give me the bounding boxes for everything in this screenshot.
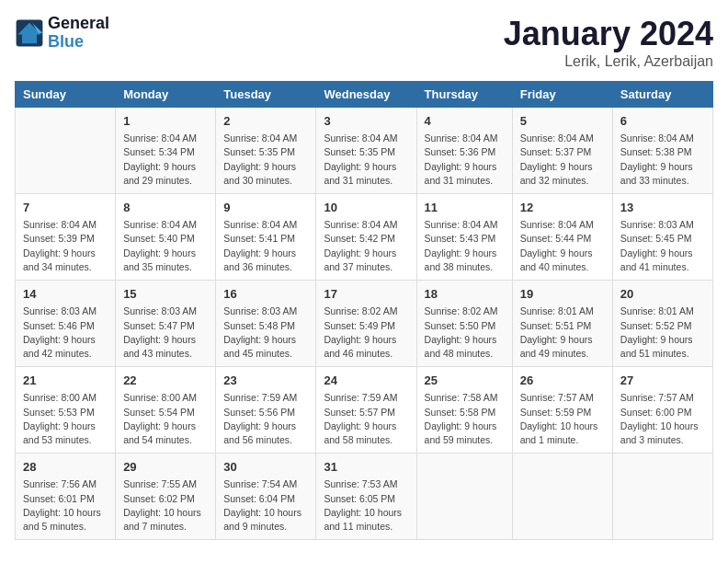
cell-details: Sunrise: 8:04 AM Sunset: 5:35 PM Dayligh… xyxy=(223,132,308,188)
cell-details: Sunrise: 8:00 AM Sunset: 5:54 PM Dayligh… xyxy=(123,391,208,447)
calendar-week-3: 14Sunrise: 8:03 AM Sunset: 5:46 PM Dayli… xyxy=(16,281,713,367)
calendar-cell: 27Sunrise: 7:57 AM Sunset: 6:00 PM Dayli… xyxy=(612,367,712,454)
date-number: 25 xyxy=(425,373,505,389)
cell-details: Sunrise: 8:03 AM Sunset: 5:47 PM Dayligh… xyxy=(123,304,208,361)
header-wednesday: Wednesday xyxy=(316,82,416,108)
cell-details: Sunrise: 7:54 AM Sunset: 6:04 PM Dayligh… xyxy=(223,477,308,534)
date-number: 31 xyxy=(324,459,408,476)
logo-icon xyxy=(15,18,44,48)
calendar-cell: 11Sunrise: 8:04 AM Sunset: 5:43 PM Dayli… xyxy=(416,194,512,281)
header-thursday: Thursday xyxy=(416,82,512,108)
calendar-cell: 7Sunrise: 8:04 AM Sunset: 5:39 PM Daylig… xyxy=(16,194,116,281)
header-tuesday: Tuesday xyxy=(216,82,316,108)
calendar-week-2: 7Sunrise: 8:04 AM Sunset: 5:39 PM Daylig… xyxy=(16,194,713,281)
cell-details: Sunrise: 8:04 AM Sunset: 5:41 PM Dayligh… xyxy=(223,218,308,274)
date-number: 1 xyxy=(123,113,208,130)
page-header: General Blue January 2024 Lerik, Lerik, … xyxy=(15,15,713,70)
calendar-cell: 10Sunrise: 8:04 AM Sunset: 5:42 PM Dayli… xyxy=(316,194,416,281)
date-number: 20 xyxy=(620,286,705,303)
calendar-cell: 26Sunrise: 7:57 AM Sunset: 5:59 PM Dayli… xyxy=(512,367,612,454)
date-number: 23 xyxy=(223,373,308,389)
calendar-cell: 25Sunrise: 7:58 AM Sunset: 5:58 PM Dayli… xyxy=(416,367,512,454)
date-number: 12 xyxy=(520,200,605,216)
cell-details: Sunrise: 8:04 AM Sunset: 5:39 PM Dayligh… xyxy=(23,218,108,274)
calendar-cell: 3Sunrise: 8:04 AM Sunset: 5:35 PM Daylig… xyxy=(316,108,416,194)
date-number: 14 xyxy=(23,286,108,303)
calendar-cell: 30Sunrise: 7:54 AM Sunset: 6:04 PM Dayli… xyxy=(216,454,316,540)
month-title: January 2024 xyxy=(504,15,713,53)
calendar-cell: 17Sunrise: 8:02 AM Sunset: 5:49 PM Dayli… xyxy=(316,281,416,367)
date-number: 5 xyxy=(520,113,605,130)
date-number: 15 xyxy=(123,286,208,303)
calendar-cell xyxy=(16,108,116,194)
cell-details: Sunrise: 8:00 AM Sunset: 5:53 PM Dayligh… xyxy=(23,391,108,447)
header-saturday: Saturday xyxy=(612,82,712,108)
calendar-cell: 14Sunrise: 8:03 AM Sunset: 5:46 PM Dayli… xyxy=(16,281,116,367)
calendar-cell: 23Sunrise: 7:59 AM Sunset: 5:56 PM Dayli… xyxy=(216,367,316,454)
date-number: 6 xyxy=(620,113,705,130)
calendar-cell: 31Sunrise: 7:53 AM Sunset: 6:05 PM Dayli… xyxy=(316,454,416,540)
cell-details: Sunrise: 8:02 AM Sunset: 5:50 PM Dayligh… xyxy=(425,304,505,361)
date-number: 19 xyxy=(520,286,605,303)
cell-details: Sunrise: 8:01 AM Sunset: 5:51 PM Dayligh… xyxy=(520,304,605,361)
calendar-cell: 13Sunrise: 8:03 AM Sunset: 5:45 PM Dayli… xyxy=(612,194,712,281)
calendar-cell: 18Sunrise: 8:02 AM Sunset: 5:50 PM Dayli… xyxy=(416,281,512,367)
cell-details: Sunrise: 7:53 AM Sunset: 6:05 PM Dayligh… xyxy=(324,477,408,534)
calendar-cell: 28Sunrise: 7:56 AM Sunset: 6:01 PM Dayli… xyxy=(16,454,116,540)
date-number: 27 xyxy=(620,373,705,389)
cell-details: Sunrise: 8:04 AM Sunset: 5:44 PM Dayligh… xyxy=(520,218,605,274)
cell-details: Sunrise: 7:57 AM Sunset: 5:59 PM Dayligh… xyxy=(520,391,605,447)
calendar-cell: 21Sunrise: 8:00 AM Sunset: 5:53 PM Dayli… xyxy=(16,367,116,454)
header-monday: Monday xyxy=(116,82,216,108)
calendar-cell: 2Sunrise: 8:04 AM Sunset: 5:35 PM Daylig… xyxy=(216,108,316,194)
date-number: 7 xyxy=(23,200,108,216)
date-number: 21 xyxy=(23,373,108,389)
calendar-cell: 16Sunrise: 8:03 AM Sunset: 5:48 PM Dayli… xyxy=(216,281,316,367)
header-friday: Friday xyxy=(512,82,612,108)
calendar-cell xyxy=(512,454,612,540)
date-number: 13 xyxy=(620,200,705,216)
calendar-cell: 15Sunrise: 8:03 AM Sunset: 5:47 PM Dayli… xyxy=(116,281,216,367)
date-number: 4 xyxy=(425,113,505,130)
date-number: 10 xyxy=(324,200,408,216)
date-number: 29 xyxy=(123,459,208,476)
cell-details: Sunrise: 7:59 AM Sunset: 5:56 PM Dayligh… xyxy=(223,391,308,447)
date-number: 2 xyxy=(223,113,308,130)
logo: General Blue xyxy=(15,15,109,52)
title-area: January 2024 Lerik, Lerik, Azerbaijan xyxy=(504,15,713,70)
date-number: 16 xyxy=(223,286,308,303)
cell-details: Sunrise: 8:02 AM Sunset: 5:49 PM Dayligh… xyxy=(324,304,408,361)
calendar-week-5: 28Sunrise: 7:56 AM Sunset: 6:01 PM Dayli… xyxy=(16,454,713,540)
calendar-cell: 29Sunrise: 7:55 AM Sunset: 6:02 PM Dayli… xyxy=(116,454,216,540)
calendar-cell: 12Sunrise: 8:04 AM Sunset: 5:44 PM Dayli… xyxy=(512,194,612,281)
calendar-cell: 4Sunrise: 8:04 AM Sunset: 5:36 PM Daylig… xyxy=(416,108,512,194)
date-number: 3 xyxy=(324,113,408,130)
date-number: 8 xyxy=(123,200,208,216)
cell-details: Sunrise: 8:01 AM Sunset: 5:52 PM Dayligh… xyxy=(620,304,705,361)
calendar-cell: 19Sunrise: 8:01 AM Sunset: 5:51 PM Dayli… xyxy=(512,281,612,367)
calendar-cell: 9Sunrise: 8:04 AM Sunset: 5:41 PM Daylig… xyxy=(216,194,316,281)
cell-details: Sunrise: 7:56 AM Sunset: 6:01 PM Dayligh… xyxy=(23,477,108,534)
calendar-cell: 22Sunrise: 8:00 AM Sunset: 5:54 PM Dayli… xyxy=(116,367,216,454)
date-number: 9 xyxy=(223,200,308,216)
cell-details: Sunrise: 8:04 AM Sunset: 5:43 PM Dayligh… xyxy=(425,218,505,274)
cell-details: Sunrise: 8:04 AM Sunset: 5:34 PM Dayligh… xyxy=(123,132,208,188)
calendar-cell: 8Sunrise: 8:04 AM Sunset: 5:40 PM Daylig… xyxy=(116,194,216,281)
calendar-table: SundayMondayTuesdayWednesdayThursdayFrid… xyxy=(15,81,713,540)
calendar-week-1: 1Sunrise: 8:04 AM Sunset: 5:34 PM Daylig… xyxy=(16,108,713,194)
calendar-cell xyxy=(416,454,512,540)
calendar-cell: 24Sunrise: 7:59 AM Sunset: 5:57 PM Dayli… xyxy=(316,367,416,454)
date-number: 22 xyxy=(123,373,208,389)
cell-details: Sunrise: 8:03 AM Sunset: 5:46 PM Dayligh… xyxy=(23,304,108,361)
date-number: 18 xyxy=(425,286,505,303)
cell-details: Sunrise: 7:59 AM Sunset: 5:57 PM Dayligh… xyxy=(324,391,408,447)
header-sunday: Sunday xyxy=(16,82,116,108)
cell-details: Sunrise: 8:04 AM Sunset: 5:38 PM Dayligh… xyxy=(620,132,705,188)
cell-details: Sunrise: 8:03 AM Sunset: 5:48 PM Dayligh… xyxy=(223,304,308,361)
calendar-cell: 5Sunrise: 8:04 AM Sunset: 5:37 PM Daylig… xyxy=(512,108,612,194)
cell-details: Sunrise: 8:04 AM Sunset: 5:42 PM Dayligh… xyxy=(324,218,408,274)
date-number: 28 xyxy=(23,459,108,476)
cell-details: Sunrise: 7:55 AM Sunset: 6:02 PM Dayligh… xyxy=(123,477,208,534)
date-number: 30 xyxy=(223,459,308,476)
date-number: 26 xyxy=(520,373,605,389)
